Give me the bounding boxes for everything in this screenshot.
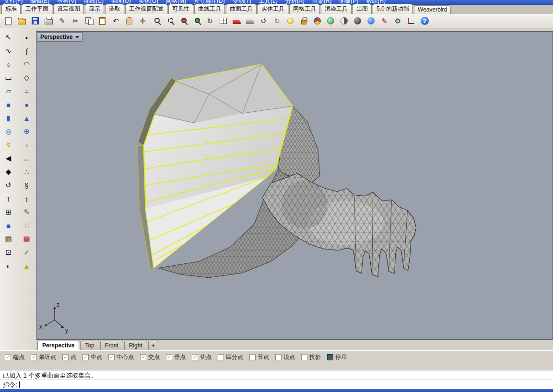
viewport-tab-add[interactable]: + <box>148 341 158 350</box>
osnap-tangent[interactable]: ✓切点 <box>192 353 212 361</box>
restore-view-alt-button[interactable] <box>244 15 256 27</box>
zoom-dynamic-button[interactable] <box>150 15 162 27</box>
sidebar-tool-select[interactable]: ↖ <box>2 32 15 43</box>
sidebar-tool-rectangle[interactable]: ▭ <box>2 72 15 83</box>
osnap-center[interactable]: ✓中心点 <box>108 353 134 361</box>
sidebar-tool-pipe[interactable]: ◎ <box>2 126 15 137</box>
osnap-disable[interactable]: 停用 <box>327 353 347 361</box>
sidebar-tool-sphere[interactable]: ● <box>20 99 34 110</box>
sidebar-tool-arrow[interactable]: ◀ <box>2 153 15 164</box>
redo-view-button[interactable]: ↻ <box>271 15 283 27</box>
sidebar-tool-solid-cube[interactable]: ■ <box>2 220 15 231</box>
tab-display[interactable]: 显示 <box>85 4 104 14</box>
command-line[interactable]: 指令: <box>0 380 553 389</box>
viewport-title[interactable]: Perspective <box>37 32 82 42</box>
sidebar-tool-rotate[interactable]: ↺ <box>2 180 15 190</box>
tab-curve-tools[interactable]: 曲线工具 <box>194 4 225 14</box>
tab-mesh-tools[interactable]: 网格工具 <box>289 4 320 14</box>
sidebar-tool-box[interactable]: ■ <box>2 99 15 110</box>
sidebar-tool-duplicate[interactable]: ⊡ <box>2 247 15 258</box>
osnap-near-checkbox[interactable]: ✓ <box>31 354 37 360</box>
pan-button[interactable] <box>123 15 135 27</box>
osnap-near[interactable]: ✓最近点 <box>31 353 56 361</box>
paste-button[interactable] <box>96 15 108 27</box>
osnap-vertex-checkbox[interactable] <box>275 354 282 360</box>
tab-viewport-layout[interactable]: 工作视窗配置 <box>125 4 167 14</box>
options-button[interactable]: ⚙ <box>392 15 404 27</box>
menu-dimension[interactable]: 尺寸标注(D) <box>194 0 225 1</box>
cut-button[interactable]: ✂ <box>70 15 82 27</box>
help-button[interactable]: ? <box>419 15 431 27</box>
menu-file[interactable]: 文件(F) <box>4 0 23 1</box>
osnap-knot-checkbox[interactable] <box>249 354 256 360</box>
sidebar-tool-surface[interactable]: ▱ <box>2 86 15 96</box>
viewport-menu-arrow-icon[interactable] <box>75 36 79 38</box>
osnap-tangent-checkbox[interactable]: ✓ <box>192 354 198 360</box>
cplane-button[interactable] <box>405 15 417 27</box>
viewport-layout-button[interactable] <box>217 15 229 27</box>
tab-cplane[interactable]: 工作平面 <box>22 4 52 14</box>
tab-weaverbird[interactable]: Weaverbird <box>414 5 451 14</box>
sidebar-tool-point[interactable]: • <box>20 32 34 43</box>
sidebar-tool-pointcloud[interactable]: ∴ <box>20 166 34 177</box>
move-button[interactable]: ✛ <box>137 15 149 27</box>
osnap-end[interactable]: ✓端点 <box>5 353 24 361</box>
menu-render[interactable]: 渲染(R) <box>312 0 332 1</box>
menu-surface[interactable]: 曲面(U) <box>111 0 131 1</box>
viewport-tab-perspective[interactable]: Perspective <box>37 341 79 350</box>
sidebar-tool-spiral[interactable]: § <box>20 180 34 190</box>
osnap-point[interactable]: ✓点 <box>62 353 76 361</box>
marker-pen-button[interactable]: ✎ <box>378 15 390 27</box>
osnap-knot[interactable]: 节点 <box>249 353 269 361</box>
copy-button[interactable] <box>83 15 95 27</box>
sidebar-tool-arc[interactable]: ◠ <box>20 59 34 70</box>
osnap-center-checkbox[interactable]: ✓ <box>108 354 115 360</box>
osnap-disable-checkbox[interactable] <box>327 354 333 360</box>
menu-solid[interactable]: 实体(O) <box>139 0 158 1</box>
viewport-tab-right[interactable]: Right <box>124 341 147 350</box>
render-button[interactable] <box>311 15 323 27</box>
undo-button[interactable]: ↶ <box>110 15 122 27</box>
viewport-tab-front[interactable]: Front <box>100 341 123 350</box>
menu-edit[interactable]: 编辑(E) <box>30 0 49 1</box>
sidebar-tool-text[interactable]: T <box>2 193 15 204</box>
osnap-project[interactable]: 投影 <box>301 353 321 361</box>
sidebar-tool-cylinder[interactable]: ▮ <box>2 113 15 123</box>
menu-panels[interactable]: 面板(P) <box>339 0 358 1</box>
sidebar-tool-curve[interactable]: ∿ <box>2 46 15 56</box>
osnap-quadrant-checkbox[interactable] <box>218 354 224 360</box>
save-button[interactable] <box>29 15 41 27</box>
menu-analyze[interactable]: 分析(A) <box>285 0 305 1</box>
open-file-button[interactable] <box>16 15 28 27</box>
sidebar-tool-pointgrid[interactable]: ∷ <box>20 220 34 231</box>
osnap-perpendicular[interactable]: ✓垂点 <box>166 353 186 361</box>
sidebar-tool-block[interactable]: ⊞ <box>2 207 15 217</box>
tab-visibility[interactable]: 可见性 <box>168 4 193 14</box>
tab-drafting[interactable]: 出图 <box>353 4 372 14</box>
properties-button[interactable]: ✎ <box>56 15 68 27</box>
sidebar-tool-boolean[interactable]: ⊕ <box>20 126 34 137</box>
osnap-point-checkbox[interactable]: ✓ <box>62 354 69 360</box>
lamp-button[interactable] <box>284 15 296 27</box>
menu-view[interactable]: 查看(V) <box>57 0 76 1</box>
sidebar-tool-dimension[interactable]: ↕ <box>20 193 34 204</box>
osnap-vertex[interactable]: 顶点 <box>275 353 295 361</box>
lock-button[interactable] <box>298 15 310 27</box>
zoom-extents-button[interactable] <box>190 15 202 27</box>
tab-surface-tools[interactable]: 曲面工具 <box>226 4 257 14</box>
sidebar-tool-check[interactable]: ✓ <box>20 247 34 258</box>
tab-new-features[interactable]: 5.0 的新功能 <box>373 4 413 14</box>
osnap-end-checkbox[interactable]: ✓ <box>5 354 11 360</box>
menu-mesh[interactable]: 网格(M) <box>166 0 186 1</box>
sidebar-tool-lightning[interactable]: ↯ <box>2 140 15 150</box>
shaded-display-button[interactable] <box>352 15 364 27</box>
render-preview-button[interactable] <box>325 15 337 27</box>
osnap-intersection-checkbox[interactable]: ✓ <box>140 354 146 360</box>
perspective-viewport[interactable]: Perspective <box>36 31 553 340</box>
osnap-perpendicular-checkbox[interactable]: ✓ <box>166 354 172 360</box>
viewport-tab-top[interactable]: Top <box>80 341 99 350</box>
tab-select[interactable]: 选取 <box>105 4 124 14</box>
sidebar-tool-measure[interactable]: ↔ <box>20 153 34 164</box>
menu-help[interactable]: 帮助(H) <box>366 0 386 1</box>
sidebar-tool-loft[interactable]: ≈ <box>20 86 34 96</box>
